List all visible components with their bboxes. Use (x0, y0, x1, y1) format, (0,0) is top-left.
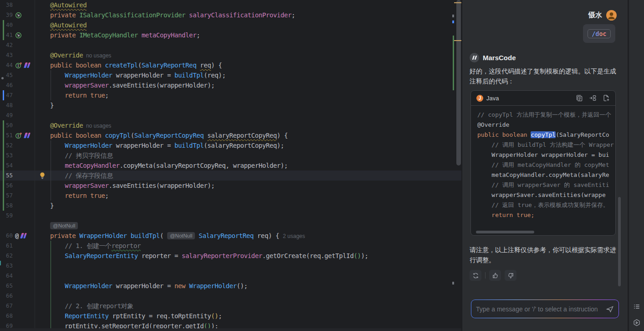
send-icon[interactable] (606, 305, 614, 313)
stripe-added-mark[interactable] (453, 36, 454, 90)
java-icon: J (476, 95, 483, 102)
line-number[interactable]: 59 (0, 211, 13, 221)
annotation-icon[interactable]: @ (15, 232, 19, 239)
line-number[interactable]: 47 (0, 90, 13, 100)
marscode-icon[interactable] (24, 62, 31, 68)
line-number[interactable]: 67 (0, 301, 13, 311)
editor-hscrollbar[interactable] (0, 328, 461, 331)
line-number[interactable]: 61 (0, 241, 13, 251)
task-list-button[interactable] (629, 303, 644, 310)
stripe-mark[interactable] (452, 282, 454, 284)
line-number[interactable]: 50 (0, 120, 13, 130)
chat-input[interactable]: Type a message or '/' to select a instru… (471, 300, 618, 318)
code-line: 41private IMetaCopyHandler metaCopyHandl… (0, 30, 461, 40)
code-token: .getOrCreate(req.getTplId (262, 252, 354, 259)
code-editor[interactable]: 38@Autowired39private ISalaryClassificat… (0, 0, 461, 331)
line-number[interactable]: 46 (0, 80, 13, 90)
code-line: 52 WrapperHolder wrapperHolder = buildTp… (0, 140, 461, 150)
line-number[interactable]: 51 (0, 130, 13, 140)
line-number[interactable]: 42 (0, 40, 13, 50)
code-token: reportor (112, 242, 141, 249)
code-token: // 2. 创建report对象 (65, 302, 133, 310)
user-avatar[interactable] (606, 10, 617, 21)
line-number[interactable]: 39 (0, 10, 13, 20)
line-number[interactable]: 60 (0, 231, 13, 241)
assistant-message-text: 好的，这段代码描述了复制模板的逻辑。以下是生成注释后的代码： (470, 66, 621, 86)
code-line: 68 ReportEntity rptEntity = req.toRptEnt… (0, 311, 461, 321)
line-number[interactable]: 58 (0, 201, 13, 211)
line-number[interactable]: 43 (0, 50, 13, 60)
thumbs-down-button[interactable] (505, 270, 516, 281)
code-token: } (50, 102, 54, 109)
code-text: // 1. 创建一个reportor (50, 242, 141, 249)
gutter-border (35, 0, 35, 331)
code-line: 40@Autowired (0, 20, 461, 30)
chat-code-line: WrapperHolder wrapperHolder = bui (477, 150, 615, 160)
list-icon (633, 303, 641, 310)
line-number[interactable]: 62 (0, 251, 13, 261)
assistant-name: MarsCode (483, 54, 516, 62)
line-number[interactable]: 41 (0, 30, 13, 40)
code-text: } (50, 102, 54, 109)
spring-bean-icon[interactable] (15, 32, 22, 39)
copy-icon[interactable] (576, 94, 583, 102)
stripe-warning-mark[interactable] (454, 40, 461, 41)
line-number[interactable]: 57 (0, 191, 13, 201)
line-number[interactable]: 63 (0, 261, 13, 271)
code-token: @Autowired (50, 1, 87, 9)
line-number[interactable]: 38 (0, 0, 13, 10)
code-token: buildTpl (174, 72, 204, 79)
code-token: ; (291, 11, 295, 19)
line-number[interactable]: 56 (0, 181, 13, 191)
code-token: createTpl (105, 62, 138, 69)
line-number[interactable]: 68 (0, 311, 13, 321)
code-token: // 保存字段信息 (65, 172, 113, 179)
stripe-warning-mark[interactable] (454, 2, 461, 3)
marscode-plugin-button[interactable] (629, 319, 644, 327)
line-number[interactable]: 53 (0, 150, 13, 160)
spring-bean-icon[interactable] (15, 12, 22, 19)
code-token: public boolean (50, 132, 105, 139)
new-file-icon[interactable] (603, 94, 610, 102)
code-line: 64 (0, 271, 461, 281)
code-token: private (50, 31, 79, 39)
code-token (50, 142, 65, 149)
code-token: @Override (477, 121, 509, 128)
code-token: @NotNull (50, 222, 78, 229)
doc-command-chip[interactable]: /doc (588, 29, 611, 38)
line-number[interactable]: 40 (0, 20, 13, 30)
stripe-changed-mark[interactable] (452, 21, 454, 23)
code-token: SalaryReporterEntity (65, 252, 138, 259)
line-number[interactable]: 64 (0, 271, 13, 281)
code-token (50, 92, 65, 99)
code-token: // copyTpl 方法用于复制一个模板，并返回一个 (477, 111, 611, 118)
insert-into-editor-icon[interactable] (589, 94, 597, 102)
code-token: // 1. 创建一个 (65, 242, 112, 249)
code-line: 56 wrapperSaver.saveEntities(wrapperHold… (0, 181, 461, 191)
code-line: 59 (0, 211, 461, 221)
code-token: WrapperHolder (65, 72, 112, 79)
regenerate-button[interactable] (470, 270, 481, 281)
stripe-mark[interactable] (452, 15, 454, 17)
marscode-icon[interactable] (20, 233, 27, 238)
line-number[interactable]: 54 (0, 160, 13, 171)
code-line: 46 wrapperSaver.saveEntities(wrapperHold… (0, 80, 461, 90)
override-method-icon[interactable]: I (15, 62, 22, 69)
line-number[interactable]: 65 (0, 281, 13, 291)
code-line: 39private ISalaryClassificationProvider … (0, 10, 461, 20)
code-token (50, 282, 65, 290)
marscode-icon[interactable] (24, 133, 31, 138)
line-number[interactable]: 48 (0, 100, 13, 110)
lightbulb-icon[interactable] (39, 172, 46, 179)
code-block-hscrollbar[interactable] (476, 231, 534, 233)
code-token: @Override (50, 122, 83, 129)
thumbs-up-button[interactable] (489, 270, 501, 281)
editor-scrollbar[interactable] (456, 0, 461, 166)
line-number[interactable]: 55 (0, 171, 13, 181)
line-number[interactable]: 49 (0, 110, 13, 120)
line-number[interactable]: 66 (0, 291, 13, 301)
override-method-icon[interactable]: I (15, 132, 22, 139)
panel-scrollbar[interactable] (618, 197, 621, 286)
line-number[interactable]: 44 (0, 60, 13, 70)
line-number[interactable]: 52 (0, 140, 13, 150)
